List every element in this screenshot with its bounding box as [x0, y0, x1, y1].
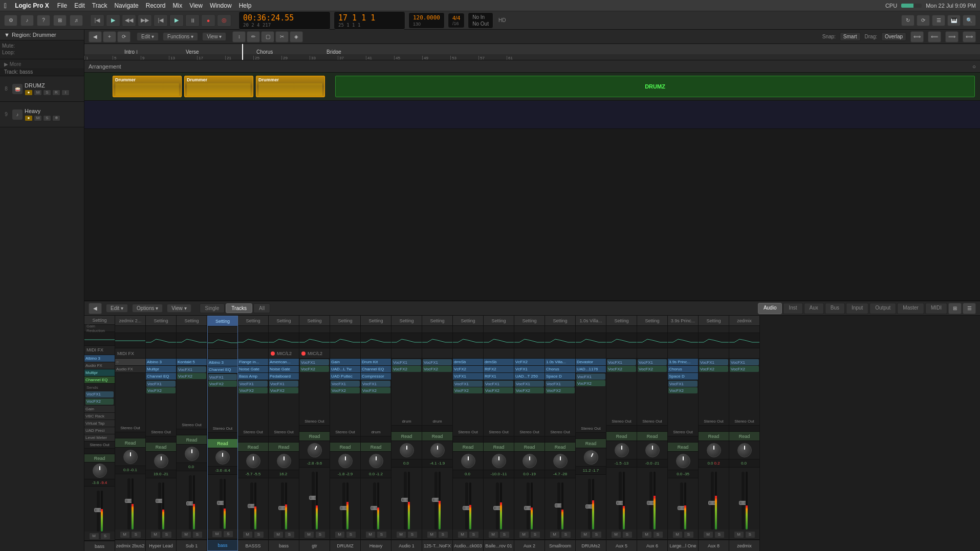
- track-solo-9[interactable]: S: [43, 115, 51, 121]
- ch-send1-1[interactable]: VocFX1: [177, 366, 206, 372]
- ch-send2-12[interactable]: VocFX2: [515, 387, 544, 393]
- ch-read-17[interactable]: Read: [668, 443, 698, 452]
- ch-send2-15[interactable]: VocFX2: [607, 366, 636, 372]
- ch-pan-knob-bass-left[interactable]: [93, 464, 107, 478]
- ch-read-2[interactable]: Read: [208, 439, 237, 448]
- ch-output-16[interactable]: Stereo Out: [637, 417, 667, 426]
- ch-solo-18[interactable]: S: [714, 531, 725, 538]
- view-menu[interactable]: View: [189, 2, 203, 9]
- ch-pan-knob-19[interactable]: [737, 443, 752, 457]
- ch-read-6[interactable]: Read: [330, 443, 360, 452]
- ch-send2-0[interactable]: VocFX2: [146, 387, 176, 393]
- ch-output-zedmix[interactable]: Stereo Out: [115, 424, 145, 432]
- arr-zoom2[interactable]: ⟸: [928, 31, 941, 42]
- ch-solo-12[interactable]: S: [530, 531, 540, 538]
- ch-solo-11[interactable]: S: [499, 531, 510, 538]
- tab-tracks[interactable]: Tracks: [226, 303, 252, 313]
- tab-inst[interactable]: Inst: [783, 303, 802, 314]
- ch-mute-zedmix[interactable]: M: [120, 531, 130, 538]
- ch-mute-19[interactable]: M: [734, 531, 744, 538]
- ch-ins-4[interactable]: American...: [269, 359, 299, 366]
- arr-back-btn[interactable]: ◀: [89, 31, 102, 42]
- ch-solo-17[interactable]: S: [684, 531, 694, 538]
- ch-setting-zedmix[interactable]: zedmix 2...: [115, 316, 145, 326]
- arr-edit-btn[interactable]: Edit ▾: [137, 32, 159, 41]
- ch-solo-8[interactable]: S: [407, 531, 418, 538]
- tab-midi[interactable]: MIDI: [925, 303, 947, 314]
- ch-send1-18[interactable]: VocFX1: [699, 359, 728, 365]
- ch-send2-1[interactable]: VocFX2: [177, 373, 206, 379]
- ch-ins-12[interactable]: VcFX1: [514, 366, 545, 373]
- tab-output[interactable]: Output: [869, 303, 896, 314]
- ch-pan-knob-12[interactable]: [522, 454, 537, 468]
- ch-send2-13[interactable]: VocFX2: [546, 387, 575, 393]
- file-menu[interactable]: File: [57, 2, 67, 9]
- ch-ins-7[interactable]: Drum Kit: [361, 359, 391, 366]
- drummer-block-1[interactable]: Drummer: [113, 76, 182, 97]
- ch-insert-level[interactable]: Level Meter: [84, 434, 115, 442]
- arr-tool1[interactable]: ↕: [232, 31, 246, 42]
- ch-mute-17[interactable]: M: [672, 531, 683, 538]
- ch-mute-13[interactable]: M: [550, 531, 560, 538]
- ch-setting-9[interactable]: Setting: [422, 316, 452, 326]
- ch-ins-3[interactable]: Bass Amp: [238, 373, 268, 380]
- ch-ins-4[interactable]: Pedalboard: [269, 373, 299, 380]
- ch-read-0[interactable]: Read: [146, 443, 176, 452]
- ch-solo-15[interactable]: S: [622, 531, 633, 538]
- settings-btn[interactable]: ⚙: [4, 15, 17, 26]
- ch-pan-knob-5[interactable]: [305, 440, 324, 459]
- ch-send1-8[interactable]: VocFX1: [392, 359, 421, 365]
- ch-pan-knob-13[interactable]: [553, 454, 568, 468]
- ch-ins-3[interactable]: Flange in...: [238, 359, 268, 366]
- ch-output-18[interactable]: Stereo Out: [699, 417, 729, 426]
- ch-output-2[interactable]: Stereo Out: [208, 425, 237, 433]
- mixer-grid-btn[interactable]: ⊞: [948, 303, 962, 314]
- ch-output-12[interactable]: Stereo Out: [514, 428, 545, 436]
- ch-mute-bass-left[interactable]: M: [89, 533, 99, 540]
- ch-mute-10[interactable]: M: [458, 531, 468, 538]
- ch-pan-knob-3[interactable]: [246, 454, 260, 468]
- loop-btn[interactable]: ⟳: [917, 15, 930, 26]
- list-btn[interactable]: ☰: [932, 15, 945, 26]
- ch-output-6[interactable]: Stereo Out: [330, 428, 360, 436]
- navigate-menu[interactable]: Navigate: [114, 2, 138, 9]
- ch-solo-bass-left[interactable]: S: [100, 533, 111, 540]
- ch-ins-12[interactable]: UAD...T 250: [514, 373, 545, 380]
- record-btn[interactable]: ●: [201, 14, 215, 27]
- ch-ins-3[interactable]: Noise Gate: [238, 366, 268, 373]
- ch-send1-2[interactable]: VocFX1: [208, 374, 237, 380]
- mix-menu[interactable]: Mix: [172, 2, 182, 9]
- ch-setting-18[interactable]: Setting: [699, 316, 729, 326]
- ch-output-10[interactable]: Stereo Out: [453, 428, 483, 436]
- ch-ins-0[interactable]: Albino 3: [146, 359, 176, 366]
- tab-aux[interactable]: Aux: [804, 303, 824, 314]
- ch-ins-0[interactable]: Multipr: [146, 366, 176, 373]
- ch-send2-2[interactable]: VocFX2: [208, 381, 237, 387]
- arr-zoom1[interactable]: ⟺: [910, 31, 924, 42]
- track-read-8[interactable]: R: [52, 90, 60, 96]
- drag-value[interactable]: Overlap: [881, 32, 906, 41]
- ch-pan-knob-6[interactable]: [338, 454, 353, 468]
- ch-output-4[interactable]: Stereo Out: [269, 428, 299, 436]
- ch-send2-19[interactable]: VocFX2: [730, 366, 759, 372]
- ch-send2-7[interactable]: VocFX2: [361, 387, 390, 393]
- drumz-region[interactable]: DRUMZ: [335, 76, 975, 97]
- track-mute-8[interactable]: M: [34, 90, 42, 96]
- ch-solo-19[interactable]: S: [745, 531, 755, 538]
- ch-insert-vbc[interactable]: VBC Rack: [84, 413, 115, 420]
- ch-ins-2[interactable]: Channel EQ: [208, 366, 237, 373]
- ch-output-9[interactable]: drum: [422, 417, 452, 426]
- ch-ins-7[interactable]: Compressor: [361, 373, 391, 380]
- arrangement-close[interactable]: ○: [972, 63, 976, 70]
- ch-send2-18[interactable]: VocFX2: [699, 366, 728, 372]
- ch-ins-13[interactable]: Space D: [545, 373, 575, 380]
- ch-pan-knob-1[interactable]: [185, 447, 199, 461]
- ch-read-12[interactable]: Read: [514, 443, 545, 452]
- ch-mute-14[interactable]: M: [580, 531, 591, 538]
- ch-read-9[interactable]: Read: [422, 432, 452, 441]
- ch-output-3[interactable]: Stereo Out: [238, 428, 268, 436]
- ch-solo-9[interactable]: S: [438, 531, 448, 538]
- ch-pan-knob-0[interactable]: [154, 454, 168, 468]
- ch-insert-gain[interactable]: Gain: [84, 406, 115, 413]
- ch-send1-0[interactable]: VocFX1: [146, 381, 176, 387]
